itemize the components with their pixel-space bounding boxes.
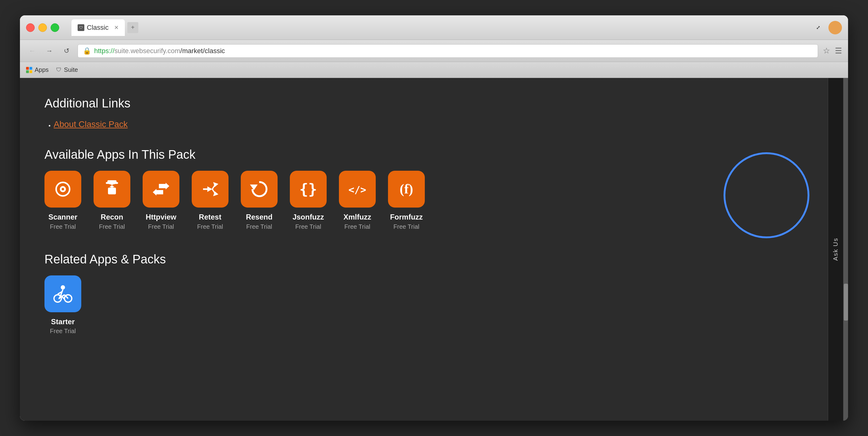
profile-avatar[interactable] [829, 21, 842, 34]
scrollbar-thumb[interactable] [844, 284, 848, 321]
url-domain: suite.websecurify.com [115, 47, 180, 55]
svg-rect-4 [108, 187, 116, 194]
resend-icon-bg [241, 171, 278, 208]
svg-point-2 [62, 188, 64, 191]
recon-label: Recon Free Trial [99, 212, 125, 231]
svg-marker-11 [153, 189, 163, 196]
additional-links-section: Additional Links About Classic Pack [44, 96, 803, 129]
forward-button[interactable]: → [43, 45, 56, 57]
list-item: About Classic Pack [54, 119, 803, 129]
jsonfuzz-icon: {} [298, 178, 319, 200]
svg-marker-10 [159, 183, 169, 190]
url-protocol: https:// [94, 47, 115, 55]
app-resend[interactable]: Resend Free Trial [241, 171, 278, 231]
app-httpview[interactable]: Httpview Free Trial [143, 171, 179, 231]
traffic-lights [26, 23, 59, 32]
httpview-icon-bg [143, 171, 179, 208]
scrollbar[interactable] [843, 78, 848, 420]
formfuzz-icon-bg: (f) [388, 171, 425, 208]
svg-text:</>: </> [348, 184, 366, 196]
xmlfuzz-trial: Free Trial [343, 222, 371, 231]
xmlfuzz-name: Xmlfuzz [343, 212, 371, 222]
svg-rect-6 [107, 180, 117, 183]
jsonfuzz-label: Jsonfuzz Free Trial [292, 212, 324, 231]
xmlfuzz-icon-bg: </> [339, 171, 376, 208]
xmlfuzz-icon: </> [347, 178, 368, 200]
ask-us-sidebar[interactable]: Ask Us [828, 78, 843, 420]
app-jsonfuzz[interactable]: {} Jsonfuzz Free Trial [290, 171, 327, 231]
new-tab-button[interactable]: + [127, 22, 138, 33]
bookmark-apps[interactable]: Apps [26, 66, 49, 74]
maximize-icon[interactable]: ⤢ [812, 22, 824, 33]
secure-icon: 🔒 [83, 47, 91, 55]
formfuzz-label: Formfuzz Free Trial [390, 212, 423, 231]
app-recon[interactable]: Recon Free Trial [94, 171, 130, 231]
resend-icon [248, 178, 270, 200]
nav-right-icons: ☆ ☰ [823, 46, 842, 56]
scanner-label: Scanner Free Trial [49, 212, 78, 231]
available-apps-section: Available Apps In This Pack Scanne [44, 148, 803, 231]
active-tab[interactable]: 🛡 Classic ✕ [71, 19, 125, 36]
svg-marker-18 [250, 184, 258, 190]
url-path: /market/classic [180, 47, 225, 55]
apps-grid: Scanner Free Trial [44, 171, 803, 231]
scanner-trial: Free Trial [49, 222, 78, 231]
maximize-button[interactable] [51, 23, 59, 32]
close-button[interactable] [26, 23, 35, 32]
minimize-button[interactable] [38, 23, 47, 32]
ask-us-label: Ask Us [832, 238, 839, 261]
refresh-icon: ↺ [64, 47, 69, 55]
bookmark-apps-label: Apps [35, 66, 49, 74]
formfuzz-trial: Free Trial [390, 222, 423, 231]
additional-links-title: Additional Links [44, 96, 803, 110]
recon-icon-bg [94, 171, 130, 208]
bookmark-suite[interactable]: 🛡 Suite [56, 66, 78, 74]
tab-bar: 🛡 Classic ✕ + [71, 19, 806, 36]
links-list: About Classic Pack [44, 119, 803, 129]
svg-point-22 [61, 285, 65, 290]
apps-favicon [26, 67, 32, 73]
bookmarks-bar: Apps 🛡 Suite [20, 62, 848, 78]
xmlfuzz-label: Xmlfuzz Free Trial [343, 212, 371, 231]
starter-name: Starter [50, 317, 76, 327]
tab-close-button[interactable]: ✕ [114, 24, 119, 31]
retest-label: Retest Free Trial [197, 212, 223, 231]
page-content: Additional Links About Classic Pack Avai… [20, 78, 828, 420]
browser-window: 🛡 Classic ✕ + ⤢ ← → ↺ 🔒 https://suite.we… [20, 16, 848, 420]
suite-favicon-icon: 🛡 [56, 67, 62, 73]
starter-label: Starter Free Trial [50, 317, 76, 336]
app-scanner[interactable]: Scanner Free Trial [44, 171, 81, 231]
related-apps-section: Related Apps & Packs [44, 252, 803, 336]
retest-trial: Free Trial [197, 222, 223, 231]
scanner-name: Scanner [49, 212, 78, 222]
app-starter[interactable]: Starter Free Trial [44, 275, 81, 336]
refresh-button[interactable]: ↺ [60, 45, 73, 57]
bookmark-icon[interactable]: ☆ [823, 46, 830, 56]
retest-icon [199, 178, 221, 200]
jsonfuzz-name: Jsonfuzz [292, 212, 324, 222]
formfuzz-name: Formfuzz [390, 212, 423, 222]
available-apps-title: Available Apps In This Pack [44, 148, 803, 162]
about-classic-pack-link[interactable]: About Classic Pack [54, 119, 128, 129]
httpview-name: Httpview [146, 212, 176, 222]
url-display: https://suite.websecurify.com/market/cla… [94, 47, 225, 55]
retest-icon-bg [192, 171, 228, 208]
svg-text:{}: {} [299, 180, 317, 198]
bookmark-suite-label: Suite [64, 66, 78, 74]
app-retest[interactable]: Retest Free Trial [192, 171, 228, 231]
address-bar[interactable]: 🔒 https://suite.websecurify.com/market/c… [78, 44, 818, 58]
recon-icon [101, 178, 123, 200]
forward-icon: → [46, 47, 53, 55]
resend-trial: Free Trial [246, 222, 273, 231]
svg-rect-7 [107, 184, 111, 186]
retest-name: Retest [197, 212, 223, 222]
formfuzz-icon: (f) [396, 178, 417, 200]
app-xmlfuzz[interactable]: </> Xmlfuzz Free Trial [339, 171, 376, 231]
app-formfuzz[interactable]: (f) Formfuzz Free Trial [388, 171, 425, 231]
starter-trial: Free Trial [50, 327, 76, 335]
back-button[interactable]: ← [26, 45, 38, 57]
httpview-label: Httpview Free Trial [146, 212, 176, 231]
nav-bar: ← → ↺ 🔒 https://suite.websecurify.com/ma… [20, 40, 848, 62]
menu-icon[interactable]: ☰ [835, 46, 842, 56]
scanner-icon [52, 178, 73, 200]
